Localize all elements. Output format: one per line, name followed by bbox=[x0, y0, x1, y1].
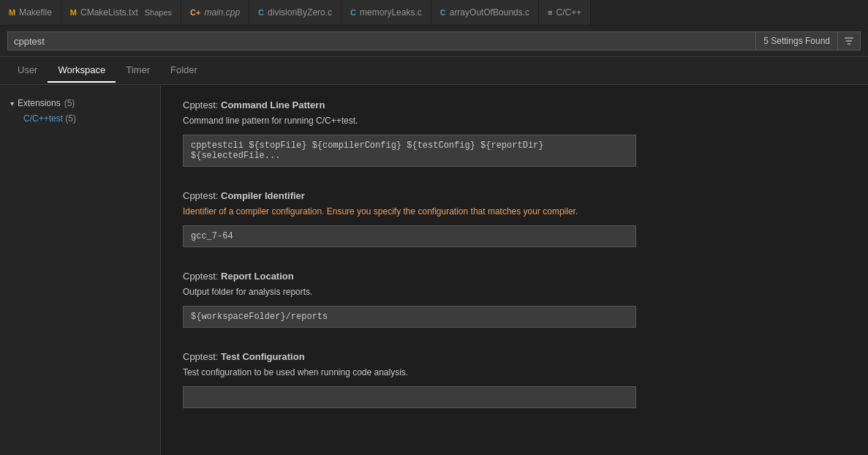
tab-divisionbyzero[interactable]: CdivisionByZero.c bbox=[249, 0, 341, 26]
setting-description-compiler-identifier: Identifier of a compiler configuration. … bbox=[183, 205, 846, 218]
sidebar: ▾Extensions (5)C/C++test (5) bbox=[0, 85, 161, 455]
tab-label-memoryleaks: memoryLeaks.c bbox=[360, 7, 422, 18]
tab-icon-cmakelists: M bbox=[70, 8, 77, 17]
main-content: ▾Extensions (5)C/C++test (5) Cpptest: Co… bbox=[0, 85, 868, 455]
scope-tab-timer[interactable]: Timer bbox=[116, 59, 160, 83]
tab-bar: MMakefileMCMakeLists.txtShapesC+main.cpp… bbox=[0, 0, 868, 26]
tab-arrayoutofbounds[interactable]: CarrayOutOfBounds.c bbox=[431, 0, 539, 26]
setting-name-report-location: Report Location bbox=[221, 271, 294, 282]
tab-label-makefile: Makefile bbox=[19, 7, 52, 18]
setting-prefix-compiler-identifier: Cpptest: bbox=[183, 190, 221, 201]
scope-tab-user[interactable]: User bbox=[7, 59, 48, 83]
setting-prefix-command-line-pattern: Cpptest: bbox=[183, 99, 221, 110]
setting-prefix-test-configuration: Cpptest: bbox=[183, 351, 221, 362]
scope-tab-workspace[interactable]: Workspace bbox=[48, 59, 116, 83]
tab-menu[interactable]: ≡C/C++ bbox=[539, 0, 591, 26]
sidebar-section-badge: (5) bbox=[64, 98, 75, 108]
tab-sublabel-cmakelists: Shapes bbox=[145, 8, 172, 17]
sidebar-section: ▾Extensions (5)C/C++test (5) bbox=[0, 92, 160, 129]
setting-description-command-line-pattern: Command line pattern for running C/C++te… bbox=[183, 114, 846, 127]
tab-cmakelists[interactable]: MCMakeLists.txtShapes bbox=[61, 0, 181, 26]
tab-label-menu: C/C++ bbox=[556, 7, 582, 18]
chevron-down-icon: ▾ bbox=[10, 99, 14, 108]
tab-icon-divisionbyzero: C bbox=[258, 8, 264, 17]
tab-label-divisionbyzero: divisionByZero.c bbox=[268, 7, 332, 18]
setting-description-test-configuration: Test configuration to be used when runni… bbox=[183, 366, 846, 379]
setting-title-compiler-identifier: Cpptest: Compiler Identifier bbox=[183, 190, 846, 201]
sidebar-item-badge: (5) bbox=[65, 113, 76, 124]
scope-tab-folder[interactable]: Folder bbox=[160, 59, 208, 83]
search-bar: 5 Settings Found bbox=[0, 26, 868, 57]
scope-tabs: UserWorkspaceTimerFolder bbox=[0, 57, 868, 85]
tab-label-cmakelists: CMakeLists.txt bbox=[80, 7, 138, 18]
sidebar-item[interactable]: C/C++test (5) bbox=[0, 111, 160, 126]
setting-input-test-configuration[interactable] bbox=[183, 386, 636, 408]
setting-item-report-location: Cpptest: Report LocationOutput folder fo… bbox=[183, 271, 846, 328]
setting-name-test-configuration: Test Configuration bbox=[221, 351, 305, 362]
tab-icon-arrayoutofbounds: C bbox=[440, 8, 446, 17]
setting-name-command-line-pattern: Command Line Pattern bbox=[221, 99, 325, 110]
tab-icon-maincpp: C+ bbox=[190, 8, 200, 17]
setting-item-test-configuration: Cpptest: Test ConfigurationTest configur… bbox=[183, 351, 846, 408]
setting-item-command-line-pattern: Cpptest: Command Line PatternCommand lin… bbox=[183, 99, 846, 167]
tab-makefile[interactable]: MMakefile bbox=[0, 0, 61, 26]
setting-value-command-line-pattern: cpptestcli ${stopFile} ${compilerConfig}… bbox=[183, 135, 636, 167]
settings-content: Cpptest: Command Line PatternCommand lin… bbox=[161, 85, 868, 455]
setting-name-compiler-identifier: Compiler Identifier bbox=[221, 190, 305, 201]
search-input[interactable] bbox=[7, 31, 756, 50]
tab-icon-menu: ≡ bbox=[548, 8, 552, 17]
tab-memoryleaks[interactable]: CmemoryLeaks.c bbox=[341, 0, 431, 26]
setting-prefix-report-location: Cpptest: bbox=[183, 271, 221, 282]
setting-input-compiler-identifier[interactable] bbox=[183, 225, 636, 247]
sidebar-section-label: Extensions bbox=[18, 98, 61, 108]
search-results-badge: 5 Settings Found bbox=[756, 31, 838, 50]
setting-title-report-location: Cpptest: Report Location bbox=[183, 271, 846, 282]
tab-label-maincpp: main.cpp bbox=[204, 7, 240, 18]
setting-description-report-location: Output folder for analysis reports. bbox=[183, 285, 846, 298]
tab-maincpp[interactable]: C+main.cpp bbox=[181, 0, 249, 26]
search-filter-icon[interactable] bbox=[838, 31, 861, 50]
tab-label-arrayoutofbounds: arrayOutOfBounds.c bbox=[450, 7, 529, 18]
setting-item-compiler-identifier: Cpptest: Compiler IdentifierIdentifier o… bbox=[183, 190, 846, 247]
setting-input-report-location[interactable] bbox=[183, 306, 636, 328]
setting-title-command-line-pattern: Cpptest: Command Line Pattern bbox=[183, 99, 846, 110]
tab-icon-makefile: M bbox=[9, 8, 15, 17]
setting-title-test-configuration: Cpptest: Test Configuration bbox=[183, 351, 846, 362]
sidebar-section-header[interactable]: ▾Extensions (5) bbox=[0, 95, 160, 111]
tab-icon-memoryleaks: C bbox=[350, 8, 356, 17]
